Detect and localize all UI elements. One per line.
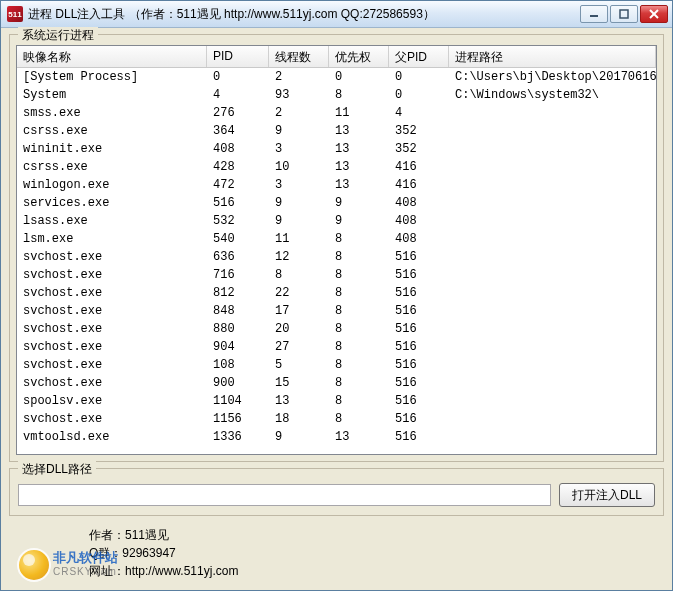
cell: svchost.exe (17, 412, 207, 426)
cell: 9 (269, 124, 329, 138)
cell: 8 (329, 394, 389, 408)
table-row[interactable]: winlogon.exe472313416 (17, 176, 656, 194)
close-icon (649, 9, 659, 19)
cell: C:\Users\bj\Desktop\20170616235811444... (449, 70, 656, 84)
cell: 15 (269, 376, 329, 390)
table-row[interactable]: svchost.exe10858516 (17, 356, 656, 374)
table-row[interactable]: lsm.exe540118408 (17, 230, 656, 248)
cell: 13 (329, 124, 389, 138)
process-group-title: 系统运行进程 (18, 27, 98, 44)
cell: 716 (207, 268, 269, 282)
cell: 13 (269, 394, 329, 408)
table-row[interactable]: wininit.exe408313352 (17, 140, 656, 158)
maximize-button[interactable] (610, 5, 638, 23)
table-row[interactable]: csrss.exe364913352 (17, 122, 656, 140)
cell: vmtoolsd.exe (17, 430, 207, 444)
svg-rect-1 (620, 10, 628, 18)
col-threads[interactable]: 线程数 (269, 46, 329, 67)
col-path[interactable]: 进程路径 (449, 46, 656, 67)
table-row[interactable]: csrss.exe4281013416 (17, 158, 656, 176)
col-ppid[interactable]: 父PID (389, 46, 449, 67)
footer-website: 网址：http://www.511yj.com (89, 562, 656, 580)
cell: svchost.exe (17, 268, 207, 282)
cell: 364 (207, 124, 269, 138)
table-row[interactable]: services.exe51699408 (17, 194, 656, 212)
cell: 532 (207, 214, 269, 228)
cell: 516 (389, 268, 449, 282)
table-row[interactable]: svchost.exe904278516 (17, 338, 656, 356)
cell: 516 (389, 340, 449, 354)
cell: 516 (389, 376, 449, 390)
table-row[interactable]: svchost.exe812228516 (17, 284, 656, 302)
cell: 8 (269, 268, 329, 282)
dll-path-input[interactable] (18, 484, 551, 506)
watermark-en: CRSKY.com (53, 565, 118, 579)
cell: csrss.exe (17, 124, 207, 138)
window-controls (580, 5, 668, 23)
minimize-icon (589, 9, 599, 19)
table-row[interactable]: svchost.exe1156188516 (17, 410, 656, 428)
cell: 416 (389, 160, 449, 174)
dll-group-title: 选择DLL路径 (18, 461, 96, 478)
grid-header[interactable]: 映像名称 PID 线程数 优先权 父PID 进程路径 (17, 46, 656, 68)
col-priority[interactable]: 优先权 (329, 46, 389, 67)
cell: 848 (207, 304, 269, 318)
cell: 408 (389, 196, 449, 210)
watermark: 非凡软件站 CRSKY.com (17, 548, 118, 582)
minimize-button[interactable] (580, 5, 608, 23)
cell: 0 (389, 88, 449, 102)
footer-author: 作者：511遇见 (89, 526, 656, 544)
table-row[interactable]: svchost.exe71688516 (17, 266, 656, 284)
cell: lsass.exe (17, 214, 207, 228)
close-button[interactable] (640, 5, 668, 23)
cell: 108 (207, 358, 269, 372)
col-pid[interactable]: PID (207, 46, 269, 67)
cell: 904 (207, 340, 269, 354)
cell: svchost.exe (17, 358, 207, 372)
table-row[interactable]: System49380C:\Windows\system32\ (17, 86, 656, 104)
cell: lsm.exe (17, 232, 207, 246)
table-row[interactable]: smss.exe2762114 (17, 104, 656, 122)
table-row[interactable]: svchost.exe900158516 (17, 374, 656, 392)
cell: svchost.exe (17, 322, 207, 336)
cell: 540 (207, 232, 269, 246)
cell: 352 (389, 142, 449, 156)
table-row[interactable]: lsass.exe53299408 (17, 212, 656, 230)
cell: 22 (269, 286, 329, 300)
titlebar[interactable]: 511 进程 DLL注入工具 （作者：511遇见 http://www.511y… (1, 1, 672, 28)
table-row[interactable]: vmtoolsd.exe1336913516 (17, 428, 656, 446)
table-row[interactable]: spoolsv.exe1104138516 (17, 392, 656, 410)
cell: 18 (269, 412, 329, 426)
table-row[interactable]: svchost.exe636128516 (17, 248, 656, 266)
table-row[interactable]: svchost.exe880208516 (17, 320, 656, 338)
table-row[interactable]: svchost.exe848178516 (17, 302, 656, 320)
cell: 472 (207, 178, 269, 192)
cell: 8 (329, 412, 389, 426)
watermark-icon (17, 548, 51, 582)
cell: 8 (329, 376, 389, 390)
cell: 516 (389, 304, 449, 318)
cell: 2 (269, 106, 329, 120)
cell: 12 (269, 250, 329, 264)
cell: 516 (389, 394, 449, 408)
cell: 8 (329, 358, 389, 372)
cell: 1336 (207, 430, 269, 444)
cell: 352 (389, 124, 449, 138)
cell: 900 (207, 376, 269, 390)
cell: 8 (329, 322, 389, 336)
cell: smss.exe (17, 106, 207, 120)
cell: wininit.exe (17, 142, 207, 156)
cell: 428 (207, 160, 269, 174)
cell: 17 (269, 304, 329, 318)
cell: svchost.exe (17, 340, 207, 354)
cell: svchost.exe (17, 304, 207, 318)
cell: services.exe (17, 196, 207, 210)
open-inject-button[interactable]: 打开注入DLL (559, 483, 655, 507)
col-image-name[interactable]: 映像名称 (17, 46, 207, 67)
cell: 5 (269, 358, 329, 372)
cell: 812 (207, 286, 269, 300)
table-row[interactable]: [System Process]0200C:\Users\bj\Desktop\… (17, 68, 656, 86)
cell: 13 (329, 160, 389, 174)
cell: 516 (389, 430, 449, 444)
grid-body[interactable]: [System Process]0200C:\Users\bj\Desktop\… (17, 68, 656, 454)
